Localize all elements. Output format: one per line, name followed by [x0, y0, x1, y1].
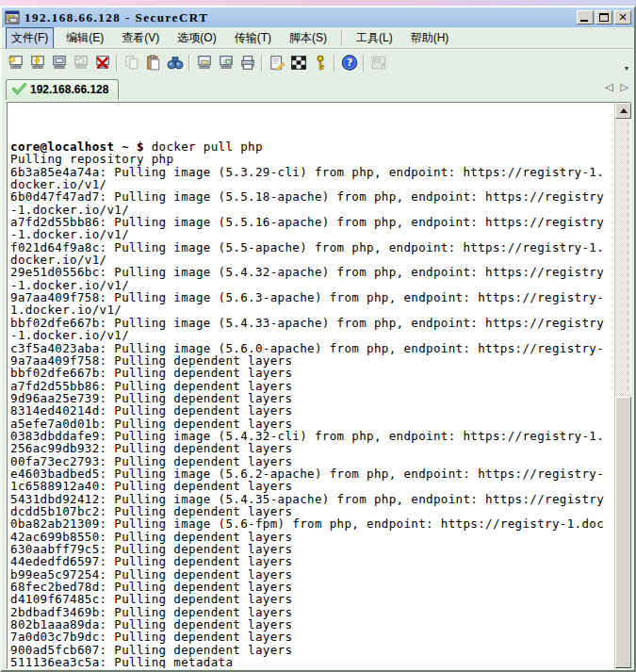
terminal-line: -1.docker.io/v1/	[10, 204, 614, 216]
session-tab-192-168-66-128[interactable]: 192.168.66.128	[6, 79, 119, 100]
terminal-output[interactable]: core@localhost ~ $ docker pull phpPullin…	[8, 103, 614, 668]
session-manager-button	[367, 53, 389, 74]
terminal-line: 9a7aa409f758: Pulling dependent layers	[10, 354, 614, 367]
toolbar-separator	[363, 55, 365, 72]
terminal-line: a7fd2d55bb86: Pulling image (5.5.16-apac…	[10, 216, 614, 228]
terminal-line: 2bdbadf3469b: Pulling dependent layers	[10, 606, 614, 618]
new-session-wizard-button[interactable]	[5, 53, 26, 74]
terminal-line: 29e51d0556bc: Pulling image (5.4.32-apac…	[10, 266, 614, 278]
toolbar-overflow-chevron-icon[interactable]: ▾	[621, 64, 632, 74]
terminal-line: dcdd5b107bc2: Pulling dependent layers	[10, 505, 614, 517]
terminal-line: -1.docker.io/v1/	[10, 279, 614, 291]
terminal-line: d4109f67485c: Pulling dependent layers	[10, 593, 614, 605]
maximize-button[interactable]	[595, 10, 612, 25]
session-options-icon	[269, 55, 285, 71]
terminal-prompt-line: core@localhost ~ $ docker pull php	[10, 140, 614, 153]
session-options-button[interactable]	[266, 53, 287, 74]
terminal-line: 6b3a85e4a74a: Pulling image (5.3.29-cli)…	[10, 166, 614, 178]
copy-button	[121, 53, 142, 74]
terminal-line: a7fd2d55bb86: Pulling dependent layers	[10, 380, 614, 392]
copy-icon	[123, 55, 140, 71]
terminal-line: 0ba82ab21309: Pulling image (5.6-fpm) fr…	[10, 517, 614, 530]
svg-text:?: ?	[346, 57, 351, 69]
close-icon: ✕	[615, 11, 630, 24]
terminal-line: 5431dbd92412: Pulling image (5.4.35-apac…	[10, 493, 614, 505]
terminal-line: 44ededfd6597: Pulling dependent layers	[10, 555, 614, 567]
print-button[interactable]	[236, 53, 258, 74]
clear-scrollback-icon	[218, 55, 235, 71]
close-button[interactable]: ✕	[614, 10, 631, 25]
find-button[interactable]	[164, 53, 186, 74]
terminal-line: 0383dbddafe9: Pulling image (5.4.32-cli)…	[10, 430, 614, 442]
key-generation-button[interactable]	[309, 53, 331, 74]
quick-connect-button[interactable]	[26, 53, 48, 74]
reconnect-button	[70, 53, 91, 74]
scrollbar-up-arrow-icon	[620, 108, 628, 113]
terminal-line: -1.docker.io/v1/	[10, 228, 614, 240]
terminal-line: c3f5a4023aba: Pulling image (5.6.0-apach…	[10, 342, 614, 354]
terminal-line: 68fec2bed78d: Pulling dependent layers	[10, 581, 614, 593]
minimize-button[interactable]	[577, 10, 594, 25]
terminal-frame: core@localhost ~ $ docker pull phpPullin…	[7, 102, 631, 669]
tab-scroll-left-icon[interactable]: ◁	[605, 81, 612, 93]
menu-item[interactable]: 传输(T)	[229, 27, 277, 49]
securecrt-app-icon	[5, 10, 21, 25]
menu-separator	[341, 31, 343, 46]
terminal-line: 9d96aa25e739: Pulling dependent layers	[10, 392, 614, 404]
menu-item[interactable]: 文件(F)	[6, 27, 54, 49]
clear-scrollback-button[interactable]	[215, 53, 236, 74]
menu-item[interactable]: 编辑(E)	[60, 27, 109, 49]
menu-item[interactable]: 选项(O)	[171, 27, 221, 49]
terminal-line: a5efe7a0d01b: Pulling dependent layers	[10, 418, 614, 430]
menu-item[interactable]: 工具(L)	[351, 27, 399, 49]
toolbar-separator	[116, 55, 118, 72]
toolbar: ?▾	[2, 49, 634, 75]
reconnect-icon	[73, 55, 90, 71]
tab-label: 192.168.66.128	[30, 83, 108, 96]
key-generation-icon	[312, 55, 329, 71]
minimize-icon	[580, 20, 588, 22]
terminal-line: bbf02dfe667b: Pulling image (5.4.33-apac…	[10, 317, 614, 329]
terminal-line: b99ea5c97254: Pulling dependent layers	[10, 568, 614, 581]
terminal-line: 802b1aaa89da: Pulling dependent layers	[10, 618, 614, 631]
scrollbar-up-button[interactable]	[615, 103, 631, 119]
terminal-scrollbar[interactable]	[614, 103, 630, 668]
paste-button[interactable]	[142, 53, 164, 74]
terminal-line: e4603badbed5: Pulling image (5.6.2-apach…	[10, 467, 614, 480]
tab-scroll-arrows: ◁ ▷	[605, 81, 628, 93]
clear-screen-button[interactable]	[193, 53, 215, 74]
toolbar-separator	[334, 55, 335, 72]
disconnect-button[interactable]	[91, 53, 113, 74]
terminal-line: docker.io/v1/	[10, 178, 614, 190]
securecrt-window: 192.168.66.128 - SecureCRT ✕ 文件(F)编辑(E)查…	[0, 6, 636, 672]
menu-item[interactable]: 脚本(S)	[284, 27, 333, 49]
print-icon	[239, 55, 256, 71]
paste-icon	[145, 55, 162, 71]
connect-tab-button[interactable]	[48, 53, 70, 74]
maximize-icon	[599, 13, 609, 22]
keymap-editor-button[interactable]	[287, 53, 309, 74]
clear-screen-icon	[196, 55, 213, 71]
quick-connect-icon	[29, 55, 46, 71]
tab-scroll-right-icon[interactable]: ▷	[621, 81, 628, 93]
title-bar[interactable]: 192.168.66.128 - SecureCRT ✕	[2, 8, 634, 27]
terminal-line: 1.docker.io/v1/	[10, 303, 614, 316]
help-icon: ?	[341, 55, 358, 71]
terminal-line: -1.docker.io/v1/	[10, 329, 614, 341]
terminal-line: 511136ea3c5a: Pulling metadata	[10, 656, 614, 668]
find-icon	[167, 55, 184, 71]
terminal-line: bbf02dfe667b: Pulling dependent layers	[10, 367, 614, 379]
scrollbar-thumb[interactable]	[615, 397, 631, 668]
toolbar-separator	[188, 55, 190, 72]
terminal-line: 630aabff79c5: Pulling dependent layers	[10, 543, 614, 555]
terminal-line: 8314ed40214d: Pulling dependent layers	[10, 404, 614, 417]
disconnect-icon	[94, 55, 111, 71]
terminal-line: Pulling repository php	[10, 153, 614, 165]
terminal-line: 9a7aa409f758: Pulling image (5.6.3-apach…	[10, 291, 614, 303]
menu-item[interactable]: 帮助(H)	[405, 27, 455, 49]
window-controls: ✕	[577, 10, 631, 25]
menu-item[interactable]: 查看(V)	[116, 27, 165, 49]
terminal-line: 00fa73ec2793: Pulling dependent layers	[10, 455, 614, 467]
terminal-line: docker.io/v1/	[10, 254, 614, 266]
help-button[interactable]: ?	[338, 53, 360, 74]
